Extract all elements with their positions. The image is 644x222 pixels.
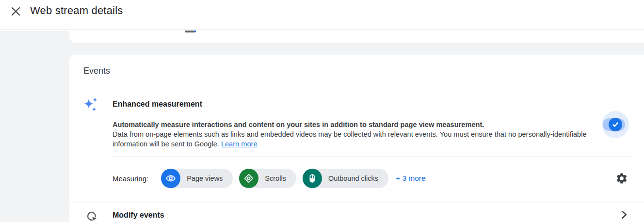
clipped-icon-fragment [185,31,195,32]
chip-page-views: Page views [161,169,233,188]
events-card: Events Enhanced measurement Automaticall… [69,55,644,222]
measuring-row: Measuring: Page views [113,169,636,188]
web-stream-details-panel: Events Enhanced measurement Automaticall… [0,0,644,222]
top-app-bar: Web stream details [0,0,644,30]
chip-label: Page views [187,174,223,182]
more-chips-link[interactable]: + 3 more [396,174,426,183]
enhanced-measurement-toggle[interactable] [602,111,629,138]
measurement-chips: Page views Scrolls [161,169,388,188]
chip-outbound-clicks: Outbound clicks [303,169,388,188]
chip-label: Outbound clicks [328,174,378,182]
enhanced-measurement-title: Enhanced measurement [113,100,202,109]
chevron-right-icon[interactable] [619,210,629,221]
chip-scrolls: Scrolls [239,169,296,188]
enhanced-measurement-description: Automatically measure interactions and c… [113,120,593,149]
divider [113,157,633,157]
divider [69,87,644,87]
ads-click-icon [86,207,99,222]
toggle-thumb [609,118,622,131]
checkmark-icon [612,121,619,128]
description-bold-line: Automatically measure interactions and c… [113,121,484,128]
modify-events-title[interactable]: Modify events [113,211,164,220]
page-title: Web stream details [30,4,123,17]
mouse-icon [303,169,322,188]
learn-more-link[interactable]: Learn more [221,140,258,148]
sparkle-icon [82,96,99,113]
description-regular-text: Data from on-page elements such as links… [113,130,587,148]
dpad-icon [239,169,258,188]
close-icon[interactable] [9,4,22,18]
chip-label: Scrolls [265,174,286,182]
events-section-title: Events [83,66,110,76]
eye-icon [161,169,180,188]
divider [69,203,644,203]
gear-icon[interactable] [615,172,628,185]
scrolled-card-partial [69,31,644,43]
measuring-label: Measuring: [113,174,148,183]
